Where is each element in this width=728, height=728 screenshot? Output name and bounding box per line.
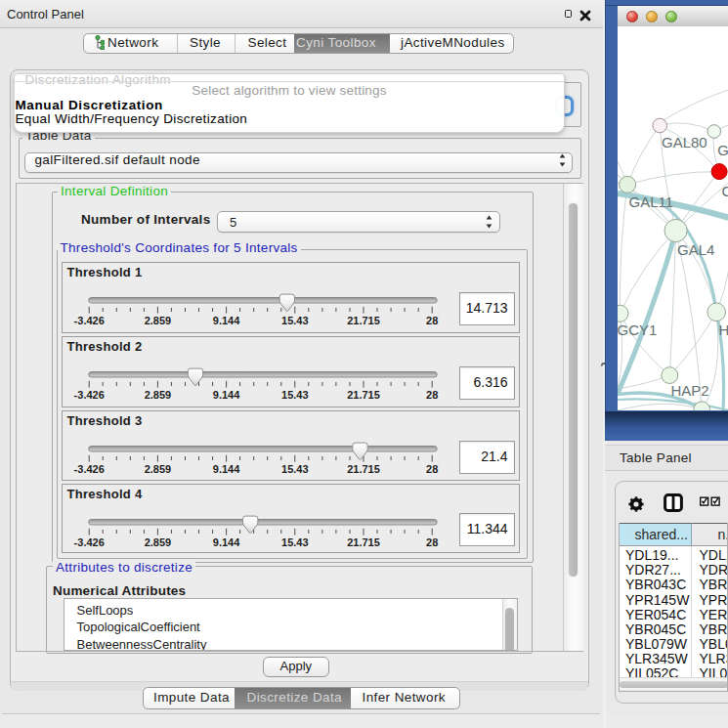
- svg-text:21.715: 21.715: [347, 463, 380, 475]
- svg-text:28: 28: [426, 536, 438, 548]
- svg-text:28: 28: [426, 315, 438, 326]
- svg-text:GAL11: GAL11: [628, 193, 673, 210]
- svg-text:G..: G..: [717, 143, 728, 159]
- svg-text:2.859: 2.859: [144, 536, 171, 548]
- svg-text:GAL4: GAL4: [677, 241, 714, 258]
- svg-text:GAL80: GAL80: [662, 134, 707, 150]
- svg-text:15.43: 15.43: [281, 536, 309, 548]
- svg-text:21.715: 21.715: [347, 315, 380, 326]
- svg-text:2.859: 2.859: [144, 389, 171, 401]
- svg-text:9.144: 9.144: [213, 463, 240, 475]
- svg-text:C..: C..: [721, 183, 728, 199]
- svg-text:15.43: 15.43: [281, 389, 309, 401]
- svg-text:21.715: 21.715: [347, 389, 380, 401]
- svg-text:15.43: 15.43: [281, 315, 309, 326]
- svg-text:21.715: 21.715: [347, 536, 380, 548]
- svg-text:-3.426: -3.426: [73, 315, 104, 326]
- svg-text:2.859: 2.859: [144, 463, 171, 475]
- svg-text:HAP2: HAP2: [670, 383, 708, 400]
- svg-text:9.144: 9.144: [213, 536, 240, 548]
- svg-text:H: H: [718, 321, 728, 338]
- svg-text:-3.426: -3.426: [73, 389, 104, 401]
- svg-text:28: 28: [426, 463, 438, 475]
- svg-text:15.43: 15.43: [281, 463, 309, 475]
- svg-text:2.859: 2.859: [144, 315, 171, 326]
- svg-text:28: 28: [426, 389, 438, 401]
- svg-text:GCY1: GCY1: [618, 321, 657, 338]
- svg-text:-3.426: -3.426: [73, 536, 104, 548]
- svg-text:9.144: 9.144: [213, 315, 240, 326]
- svg-text:-3.426: -3.426: [73, 463, 104, 475]
- svg-text:9.144: 9.144: [213, 389, 240, 401]
